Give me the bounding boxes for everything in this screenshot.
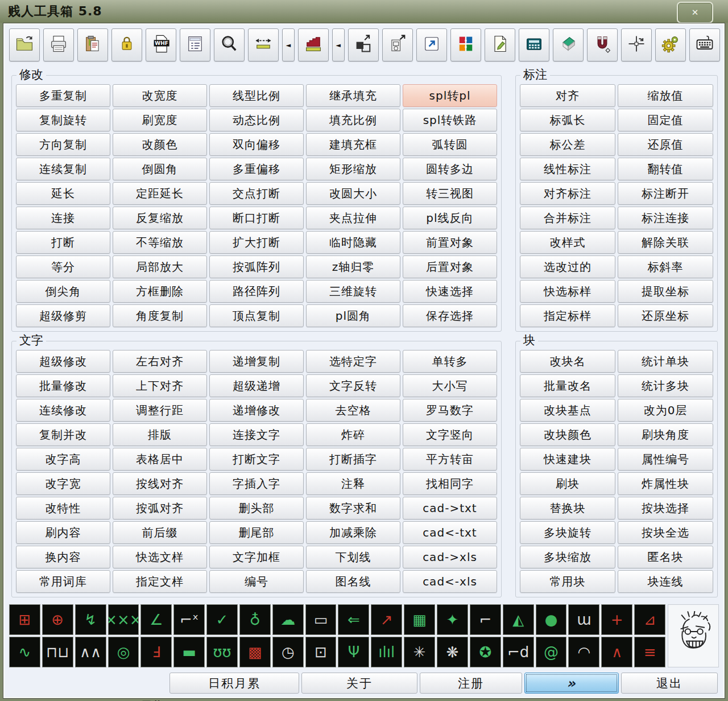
tool-button[interactable]: 填充比例 bbox=[306, 109, 400, 131]
id-card-arrows-button[interactable] bbox=[382, 28, 413, 61]
tool-button[interactable]: 临时隐藏 bbox=[306, 231, 400, 254]
tool-button[interactable]: 延长 bbox=[16, 182, 110, 205]
tool-button[interactable]: 递增修改 bbox=[209, 399, 304, 422]
tool-button[interactable]: 属性编号 bbox=[618, 448, 713, 471]
rect-dot-icon[interactable]: ⊡ bbox=[305, 637, 337, 667]
tool-button[interactable]: 指定文样 bbox=[113, 570, 207, 593]
gauge-arc-icon[interactable]: ◠ bbox=[568, 637, 599, 667]
tool-button[interactable]: 罗马数字 bbox=[403, 399, 497, 422]
area-chart-button[interactable] bbox=[298, 28, 329, 61]
register-button[interactable]: 注册 bbox=[420, 673, 522, 694]
tool-button[interactable]: 打断插字 bbox=[306, 448, 400, 471]
tool-button[interactable]: 改块名 bbox=[520, 350, 615, 373]
tool-button[interactable]: 找相同字 bbox=[403, 472, 497, 495]
tool-button[interactable]: 后置对象 bbox=[403, 255, 497, 278]
tool-button[interactable]: 连续复制 bbox=[16, 158, 110, 180]
square-wave-icon[interactable]: ⊓⊔ bbox=[42, 637, 73, 667]
tool-button[interactable]: 数字求和 bbox=[306, 497, 400, 519]
tool-button[interactable]: 连接文字 bbox=[209, 423, 304, 446]
tool-button[interactable]: 继承填充 bbox=[306, 84, 400, 107]
zigzag-icon[interactable]: ∧∧ bbox=[75, 637, 106, 667]
tool-button[interactable]: 动态比例 bbox=[209, 109, 304, 131]
tool-button[interactable]: 块连线 bbox=[618, 570, 713, 593]
tool-button[interactable]: 上下对齐 bbox=[113, 374, 207, 397]
tool-button[interactable]: 改样式 bbox=[520, 231, 615, 254]
fence-xxx-icon[interactable]: ××× bbox=[108, 604, 139, 635]
grid-crosshair-icon[interactable]: ⊞ bbox=[9, 604, 40, 635]
tool-button[interactable]: 还原坐标 bbox=[618, 304, 713, 327]
tool-button[interactable]: spl转铁路 bbox=[403, 109, 497, 131]
tool-button[interactable]: 扩大打断 bbox=[209, 231, 304, 254]
tool-button[interactable]: 下划线 bbox=[306, 546, 400, 568]
line-graph-icon[interactable]: ⊿ bbox=[634, 604, 665, 635]
tool-button[interactable]: 前后缀 bbox=[113, 521, 207, 544]
coil-top-icon[interactable]: ɯ bbox=[568, 604, 599, 635]
tool-button[interactable]: 路径阵列 bbox=[209, 280, 304, 303]
flyout-arrow-button[interactable]: ◄ bbox=[282, 28, 295, 61]
tool-button[interactable]: 线型比例 bbox=[209, 84, 304, 107]
tool-button[interactable]: 多重复制 bbox=[16, 84, 110, 107]
tool-button[interactable]: 改颜色 bbox=[113, 133, 207, 156]
tool-button[interactable]: 复制旋转 bbox=[16, 109, 110, 131]
tool-button[interactable]: 按弧对齐 bbox=[113, 497, 207, 519]
tool-button[interactable]: 文字竖向 bbox=[403, 423, 497, 446]
tool-button[interactable]: 缩放值 bbox=[618, 84, 713, 107]
tool-button[interactable]: 三维旋转 bbox=[306, 280, 400, 303]
tool-button[interactable]: 加减乘除 bbox=[306, 521, 400, 544]
tool-button[interactable]: 翻转值 bbox=[618, 158, 713, 180]
tool-button[interactable]: 批量修改 bbox=[16, 374, 110, 397]
tool-button[interactable]: 替换块 bbox=[520, 497, 615, 519]
tool-button[interactable]: 统计单块 bbox=[618, 350, 713, 373]
circle-star-icon[interactable]: ✪ bbox=[470, 637, 501, 667]
tool-button[interactable]: 打断文字 bbox=[209, 448, 304, 471]
revision-cloud-icon[interactable]: ☁ bbox=[272, 604, 304, 635]
tool-button[interactable]: 按块选择 bbox=[618, 497, 713, 519]
section-hook-icon[interactable]: Ⅎ bbox=[140, 637, 172, 667]
tool-button[interactable]: 转三视图 bbox=[403, 182, 497, 205]
break-line-icon[interactable]: ↯ bbox=[75, 604, 106, 635]
whf-file-button[interactable]: WHF bbox=[146, 28, 176, 61]
tool-button[interactable]: 顶点复制 bbox=[209, 304, 304, 327]
tool-button[interactable]: 提取坐标 bbox=[618, 280, 713, 303]
tool-button[interactable]: 按线对齐 bbox=[113, 472, 207, 495]
left-arrow-icon[interactable]: ⇐ bbox=[338, 604, 369, 635]
tool-button[interactable]: 方框删除 bbox=[113, 280, 207, 303]
tool-button[interactable]: 不等缩放 bbox=[113, 231, 207, 254]
curve-chart-icon[interactable]: ↗ bbox=[371, 604, 402, 635]
tool-button[interactable]: 快选文样 bbox=[113, 546, 207, 568]
tool-button[interactable]: 递增复制 bbox=[209, 350, 304, 373]
tool-button[interactable]: 矩形缩放 bbox=[306, 158, 400, 180]
tool-button[interactable]: 方向复制 bbox=[16, 133, 110, 156]
printer-button[interactable] bbox=[43, 28, 74, 61]
tool-button[interactable]: 表格居中 bbox=[113, 448, 207, 471]
tool-button[interactable]: 建填充框 bbox=[306, 133, 400, 156]
clipboard-paste-button[interactable] bbox=[77, 28, 108, 61]
tool-button[interactable]: 断口打断 bbox=[209, 207, 304, 229]
tool-button[interactable]: 改块颜色 bbox=[520, 423, 615, 446]
tool-button[interactable]: 常用词库 bbox=[16, 570, 110, 593]
tool-button[interactable]: 刷块 bbox=[520, 472, 615, 495]
tree-branch-icon[interactable]: Ψ bbox=[338, 637, 369, 667]
tool-button[interactable]: 标弧长 bbox=[520, 109, 615, 131]
open-folder-button[interactable] bbox=[9, 28, 40, 61]
tool-button[interactable]: 刷块角度 bbox=[618, 423, 713, 446]
tool-button[interactable]: 大小写 bbox=[403, 374, 497, 397]
tool-button[interactable]: 换内容 bbox=[16, 546, 110, 568]
tool-button[interactable]: 改字高 bbox=[16, 448, 110, 471]
lock-button[interactable] bbox=[111, 28, 142, 61]
about-button[interactable]: 关于 bbox=[301, 673, 417, 694]
tool-button[interactable]: 角度复制 bbox=[113, 304, 207, 327]
tool-button[interactable]: pl圆角 bbox=[306, 304, 400, 327]
tool-button[interactable]: 改特性 bbox=[16, 497, 110, 519]
tool-button[interactable]: 夹点拉伸 bbox=[306, 207, 400, 229]
tool-button[interactable]: 弧转圆 bbox=[403, 133, 497, 156]
close-button[interactable]: ✕ bbox=[677, 2, 713, 23]
peak-lines-icon[interactable]: ∧ bbox=[601, 637, 632, 667]
magnet-button[interactable] bbox=[587, 28, 618, 61]
slope-symbol-icon[interactable]: ∠ bbox=[140, 604, 172, 635]
tool-button[interactable]: cad->txt bbox=[403, 497, 497, 519]
tool-button[interactable]: 交点打断 bbox=[209, 182, 304, 205]
tool-button[interactable]: 倒尖角 bbox=[16, 280, 110, 303]
tool-button[interactable]: 双向偏移 bbox=[209, 133, 304, 156]
tool-button[interactable]: 标注断开 bbox=[618, 182, 713, 205]
